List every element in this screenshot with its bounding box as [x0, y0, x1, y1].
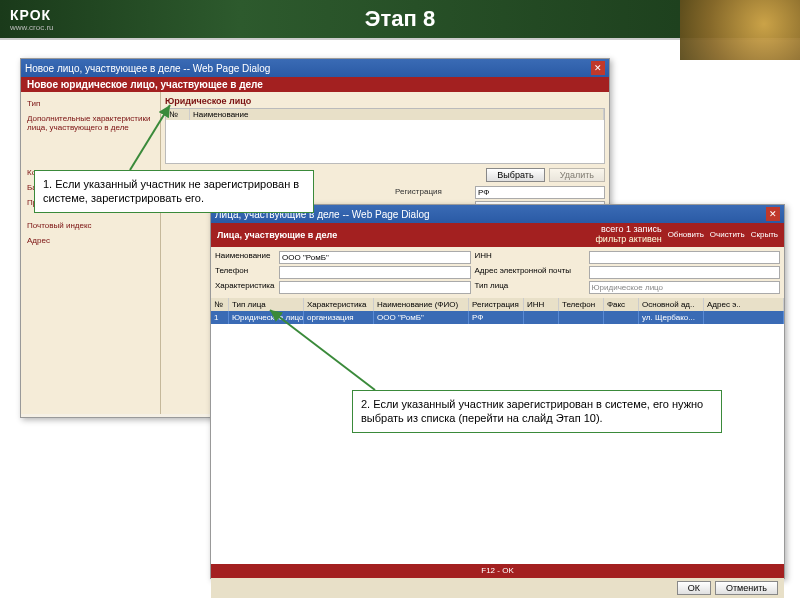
close-icon[interactable]: ✕: [766, 207, 780, 221]
filter-area: Наименование ИНН Телефон Адрес электронн…: [211, 247, 784, 298]
sidebar: Тип Дополнительные характеристики лица, …: [21, 92, 161, 414]
record-count: всего 1 запись: [601, 224, 662, 234]
col: №: [211, 298, 229, 311]
col-n: №: [166, 109, 190, 120]
name-label: Наименование: [215, 251, 275, 264]
inn-input[interactable]: [589, 251, 781, 264]
titlebar: Новое лицо, участвующее в деле -- Web Pa…: [21, 59, 609, 77]
close-icon[interactable]: ✕: [591, 61, 605, 75]
cancel-button[interactable]: Отменить: [715, 581, 778, 595]
section-label: Юридическое лицо: [165, 96, 605, 106]
phone-label: Телефон: [215, 266, 275, 279]
delete-button[interactable]: Удалить: [549, 168, 605, 182]
name-input[interactable]: [279, 251, 471, 264]
logo-url: www.croc.ru: [10, 23, 54, 32]
logo: КРОК www.croc.ru: [10, 7, 54, 32]
callout-1: 1. Если указанный участник не зарегистри…: [34, 170, 314, 213]
col: Тип лица: [229, 298, 304, 311]
window-subtitle: Новое юридическое лицо, участвующее в де…: [21, 77, 609, 92]
refresh-button[interactable]: Обновить: [668, 230, 704, 239]
char-label: Характеристика: [215, 281, 275, 294]
callout-2: 2. Если указанный участник зарегистриров…: [352, 390, 722, 433]
toolbar-title: Лица, участвующие в деле: [217, 230, 337, 240]
sidebar-item[interactable]: Адрес: [25, 233, 156, 248]
sidebar-item[interactable]: Тип: [25, 96, 156, 111]
col-name: Наименование: [190, 109, 604, 120]
col: Телефон: [559, 298, 604, 311]
sidebar-item[interactable]: Почтовый индекс: [25, 218, 156, 233]
col: Характеристика: [304, 298, 374, 311]
filter-status: фильтр активен: [595, 234, 661, 244]
sidebar-item[interactable]: Дополнительные характеристики лица, учас…: [25, 111, 156, 135]
type-label: Тип лица: [475, 281, 585, 294]
col: Наименование (ФИО): [374, 298, 469, 311]
type-input[interactable]: [589, 281, 781, 294]
reg-label: Регистрация: [395, 186, 475, 199]
inn-label: ИНН: [475, 251, 585, 264]
col: Факс: [604, 298, 639, 311]
select-button[interactable]: Выбрать: [486, 168, 544, 182]
toolbar: Лица, участвующие в деле всего 1 запись …: [211, 223, 784, 247]
col: Основной ад..: [639, 298, 704, 311]
clear-button[interactable]: Очистить: [710, 230, 745, 239]
col: Регистрация: [469, 298, 524, 311]
window-title: Новое лицо, участвующее в деле -- Web Pa…: [25, 63, 270, 74]
char-input[interactable]: [279, 281, 471, 294]
email-input[interactable]: [589, 266, 781, 279]
logo-name: КРОК: [10, 7, 54, 23]
ok-button[interactable]: ОК: [677, 581, 711, 595]
phone-input[interactable]: [279, 266, 471, 279]
col: ИНН: [524, 298, 559, 311]
email-label: Адрес электронной почты: [475, 266, 585, 279]
hide-button[interactable]: Скрыть: [751, 230, 778, 239]
entity-table[interactable]: № Наименование: [165, 108, 605, 164]
stage-title: Этап 8: [365, 6, 435, 32]
table-row[interactable]: 1 Юридическое лицо организация ООО "РомБ…: [211, 311, 784, 324]
decorative-graphic: [680, 0, 800, 60]
col: Адрес э..: [704, 298, 784, 311]
status-bar: F12 - OK: [211, 564, 784, 578]
reg-input[interactable]: [475, 186, 605, 199]
